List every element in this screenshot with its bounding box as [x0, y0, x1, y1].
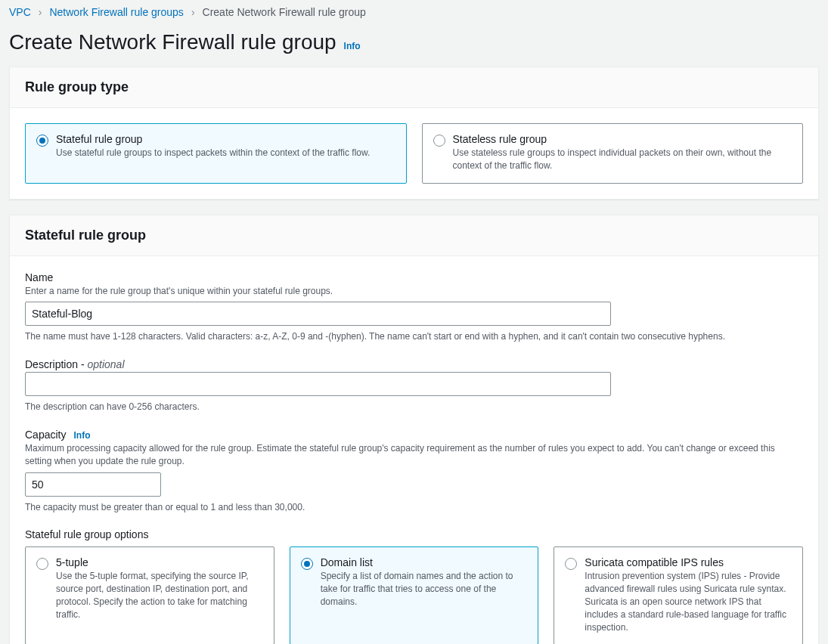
radio-description: Use stateful rule groups to inspect pack… — [56, 147, 395, 159]
breadcrumb: VPC › Network Firewall rule groups › Cre… — [9, 6, 819, 18]
field-label: Name — [25, 271, 803, 283]
field-help: Enter a name for the rule group that's u… — [25, 285, 803, 298]
info-link-capacity[interactable]: Info — [73, 430, 90, 441]
field-name: Name Enter a name for the rule group tha… — [25, 271, 803, 344]
radio-description: Use the 5-tuple format, specifying the s… — [56, 570, 263, 621]
rule-group-type-options: Stateful rule group Use stateful rule gr… — [25, 123, 803, 184]
field-label: Description - optional — [25, 358, 803, 370]
panel-header: Rule group type — [10, 67, 818, 108]
optional-label: optional — [87, 358, 124, 370]
radio-title: Stateless rule group — [453, 133, 792, 145]
info-link-title[interactable]: Info — [344, 41, 361, 51]
page-title-text: Create Network Firewall rule group — [9, 30, 336, 54]
panel-header: Stateful rule group — [10, 215, 818, 256]
capacity-input[interactable] — [25, 472, 161, 497]
name-input[interactable] — [25, 302, 611, 326]
panel-heading: Rule group type — [25, 79, 803, 95]
radio-description: Specify a list of domain names and the a… — [321, 570, 528, 608]
radio-icon — [433, 135, 445, 147]
radio-icon — [565, 558, 577, 570]
radio-icon — [36, 558, 48, 570]
radio-title: Stateful rule group — [56, 133, 395, 145]
radio-description: Intrusion prevention system (IPS) rules … — [585, 570, 792, 633]
panel-rule-group-type: Rule group type Stateful rule group Use … — [9, 67, 819, 200]
field-help: Maximum processing capacity allowed for … — [25, 442, 803, 468]
breadcrumb-vpc[interactable]: VPC — [9, 6, 31, 18]
radio-description: Use stateless rule groups to inspect ind… — [453, 147, 792, 172]
chevron-right-icon: › — [191, 6, 195, 18]
stateful-options-tiles: 5-tuple Use the 5-tuple format, specifyi… — [25, 546, 803, 644]
panel-stateful-rule-group: Stateful rule group Name Enter a name fo… — [9, 215, 819, 644]
field-constraint: The name must have 1-128 characters. Val… — [25, 330, 803, 343]
field-constraint: The description can have 0-256 character… — [25, 401, 803, 413]
field-label: Capacity — [25, 429, 66, 441]
radio-title: Suricata compatible IPS rules — [585, 556, 792, 568]
field-capacity: Capacity Info Maximum processing capacit… — [25, 429, 803, 513]
radio-suricata[interactable]: Suricata compatible IPS rules Intrusion … — [554, 546, 803, 644]
breadcrumb-rule-groups[interactable]: Network Firewall rule groups — [49, 6, 183, 18]
radio-title: Domain list — [321, 556, 528, 568]
breadcrumb-current: Create Network Firewall rule group — [203, 6, 366, 18]
field-label-text: Description - — [25, 358, 87, 370]
field-stateful-options: Stateful rule group options 5-tuple Use … — [25, 528, 803, 644]
radio-5-tuple[interactable]: 5-tuple Use the 5-tuple format, specifyi… — [25, 546, 274, 644]
radio-icon — [301, 558, 313, 570]
panel-heading: Stateful rule group — [25, 228, 803, 243]
radio-domain-list[interactable]: Domain list Specify a list of domain nam… — [290, 546, 539, 644]
chevron-right-icon: › — [39, 6, 42, 18]
radio-stateful-rule-group[interactable]: Stateful rule group Use stateful rule gr… — [25, 123, 407, 184]
field-label: Stateful rule group options — [25, 528, 803, 540]
radio-stateless-rule-group[interactable]: Stateless rule group Use stateless rule … — [422, 123, 804, 184]
radio-title: 5-tuple — [56, 556, 263, 568]
radio-icon — [36, 135, 48, 147]
page-title: Create Network Firewall rule group Info — [9, 30, 819, 54]
field-constraint: The capacity must be greater than or equ… — [25, 501, 803, 514]
description-input[interactable] — [25, 372, 611, 396]
field-description: Description - optional The description c… — [25, 358, 803, 413]
